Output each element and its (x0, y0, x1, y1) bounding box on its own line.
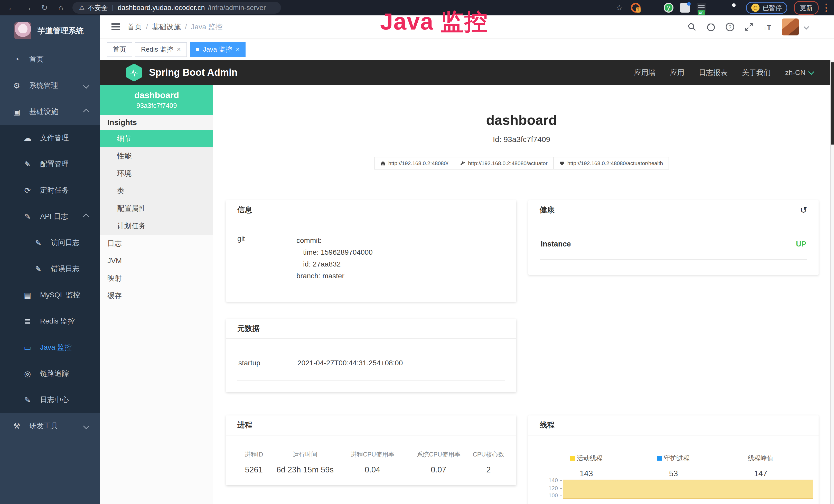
actuator-url-button[interactable]: http://192.168.0.2:48080/actuator (454, 157, 553, 169)
sba-item-classes[interactable]: 类 (100, 182, 213, 200)
sidebar-item-access-log[interactable]: ✎ 访问日志 (0, 230, 100, 256)
breadcrumb-infrastructure[interactable]: 基础设施 (152, 22, 181, 32)
scrollbar-track[interactable] (830, 60, 834, 504)
close-icon[interactable]: × (177, 45, 181, 53)
tab-redis-monitor[interactable]: Redis 监控 × (135, 42, 187, 57)
update-button[interactable]: 更新 (794, 1, 818, 15)
sba-nav-about[interactable]: 关于我们 (742, 68, 771, 77)
sba-item-logs[interactable]: 日志 (100, 235, 213, 252)
text-size-icon[interactable]: TT (763, 22, 773, 32)
breadcrumb-current: Java 监控 (191, 22, 223, 32)
sba-item-mappings[interactable]: 映射 (100, 270, 213, 287)
bookmark-star-icon[interactable]: ☆ (614, 0, 624, 16)
sidebar-item-label: API 日志 (40, 211, 68, 221)
sidebar-item-mysql-monitor[interactable]: ▤ MySQL 监控 (0, 282, 100, 308)
sba-item-config-props[interactable]: 配置属性 (100, 200, 213, 217)
extension-grid-icon[interactable] (680, 3, 690, 13)
actuator-url: http://192.168.0.2:48080/actuator (468, 160, 547, 166)
sidebar-item-file-manage[interactable]: ☁ 文件管理 (0, 125, 100, 151)
sba-item-environment[interactable]: 环境 (100, 165, 213, 182)
profile-paused-pill[interactable]: ☺ 已暂停 (746, 2, 787, 14)
extension-badge: 1 (636, 7, 641, 13)
sidebar-item-infrastructure[interactable]: ▣ 基础设施 (0, 98, 100, 125)
scrollbar-thumb[interactable] (831, 62, 834, 144)
tab-home[interactable]: 首页 (107, 42, 132, 57)
sidebar-item-home[interactable]: ◔ 首页 (0, 46, 100, 72)
history-icon[interactable]: ↺ (800, 205, 808, 215)
y-tick-mark (560, 488, 562, 489)
sba-app-block[interactable]: dashboard 93a3fc7f7409 (100, 85, 213, 115)
sba-nav: 应用墙 应用 日志报表 关于我们 zh-CN (634, 68, 813, 77)
live-threads-area (563, 480, 813, 499)
fullscreen-icon[interactable] (744, 22, 754, 32)
layers-icon: ≣ (22, 317, 34, 326)
health-instance-row[interactable]: Instance UP (528, 220, 818, 248)
sba-item-scheduled-tasks[interactable]: 计划任务 (100, 217, 213, 235)
address-bar[interactable]: ⚠ 不安全 | dashboard.yudao.iocoder.cn/infra… (72, 2, 281, 14)
sidebar-item-redis-monitor[interactable]: ≣ Redis 监控 (0, 308, 100, 334)
sidebar-item-log-center[interactable]: ✎ 日志中心 (0, 387, 100, 413)
sidebar-item-label: MySQL 监控 (40, 290, 80, 300)
help-icon[interactable]: ? (725, 22, 735, 32)
back-icon[interactable]: ← (7, 0, 17, 16)
breadcrumb-home[interactable]: 首页 (127, 22, 142, 32)
sidebar-item-label: 错误日志 (51, 264, 80, 274)
hamburger-icon[interactable] (111, 26, 120, 27)
sidebar-item-java-monitor[interactable]: ▭ Java 监控 (0, 334, 100, 361)
sidebar-item-system[interactable]: ⚙ 系统管理 (0, 72, 100, 98)
emoji-avatar-icon: ☺ (751, 4, 760, 12)
sba-locale-select[interactable]: zh-CN (785, 69, 813, 77)
instance-id: Id: 93a3fc7f7409 (213, 135, 830, 144)
service-url-button[interactable]: http://192.168.0.2:48080/ (374, 157, 454, 169)
github-icon[interactable] (706, 22, 716, 32)
sba-item-jvm[interactable]: JVM (100, 252, 213, 270)
health-url-button[interactable]: http://192.168.0.2:48080/actuator/health (553, 157, 669, 169)
sidebar-item-error-log[interactable]: ✎ 错误日志 (0, 256, 100, 282)
sidebar-item-label: 系统管理 (29, 81, 58, 90)
divider (540, 259, 807, 259)
avatar[interactable] (782, 19, 799, 36)
security-label[interactable]: 不安全 (88, 3, 108, 12)
info-git-label: git (237, 235, 297, 282)
extension-pin-icon[interactable] (647, 3, 657, 13)
close-icon[interactable]: × (236, 45, 240, 53)
app-logo-row: 芋道管理系统 (0, 16, 100, 46)
sba-item-details[interactable]: 细节 (100, 130, 213, 147)
sidebar-item-api-log[interactable]: ✎ API 日志 (0, 203, 100, 230)
sba-app-name: dashboard (134, 90, 179, 100)
extension-orange-icon[interactable]: 1 (631, 3, 641, 13)
sidebar-item-trace[interactable]: ◎ 链路追踪 (0, 361, 100, 387)
url-host[interactable]: dashboard.yudao.iocoder.cn (118, 4, 205, 12)
sba-nav-wallboard[interactable]: 应用墙 (634, 68, 656, 77)
search-icon[interactable] (687, 22, 697, 32)
log-icon: ✎ (32, 238, 44, 247)
extensions-puzzle-icon[interactable] (729, 3, 739, 13)
main-area: 首页 / 基础设施 / Java 监控 ? (100, 16, 834, 504)
sba-brand-title[interactable]: Spring Boot Admin (149, 67, 238, 78)
edit-icon: ✎ (22, 160, 34, 169)
log-icon: ✎ (22, 212, 34, 221)
sidebar-item-label: Redis 监控 (40, 316, 75, 326)
sidebar-item-scheduled-job[interactable]: ⟳ 定时任务 (0, 177, 100, 203)
sba-item-caches[interactable]: 缓存 (100, 287, 213, 304)
extension-leaf-icon[interactable] (713, 3, 723, 13)
tab-java-monitor[interactable]: Java 监控 × (190, 42, 245, 57)
system-cpu-header: 系统CPU使用率 (407, 450, 471, 459)
extension-switch-icon[interactable]: on (697, 3, 706, 13)
sidebar-item-config-manage[interactable]: ✎ 配置管理 (0, 151, 100, 177)
browser-home-icon[interactable]: ⌂ (56, 0, 66, 16)
legend-daemon-threads: 守护进程 (630, 454, 717, 462)
url-path[interactable]: /infra/admin-server (208, 4, 266, 12)
browser-menu-icon[interactable] (825, 4, 827, 12)
app-title: 芋道管理系统 (38, 26, 84, 36)
forward-icon[interactable]: → (23, 0, 33, 16)
reload-icon[interactable]: ↻ (40, 0, 49, 16)
daemon-threads-value: 53 (630, 469, 717, 478)
sba-nav-journal[interactable]: 日志报表 (699, 68, 728, 77)
yellow-legend-swatch (570, 456, 575, 461)
sba-item-metrics[interactable]: 性能 (100, 147, 213, 165)
info-card: 信息 git commit: time: 1596289704000 id: 2… (226, 200, 516, 302)
sba-nav-applications[interactable]: 应用 (670, 68, 684, 77)
extension-y-icon[interactable]: y (664, 3, 674, 13)
sidebar-item-dev-tools[interactable]: ⚒ 研发工具 (0, 413, 100, 439)
